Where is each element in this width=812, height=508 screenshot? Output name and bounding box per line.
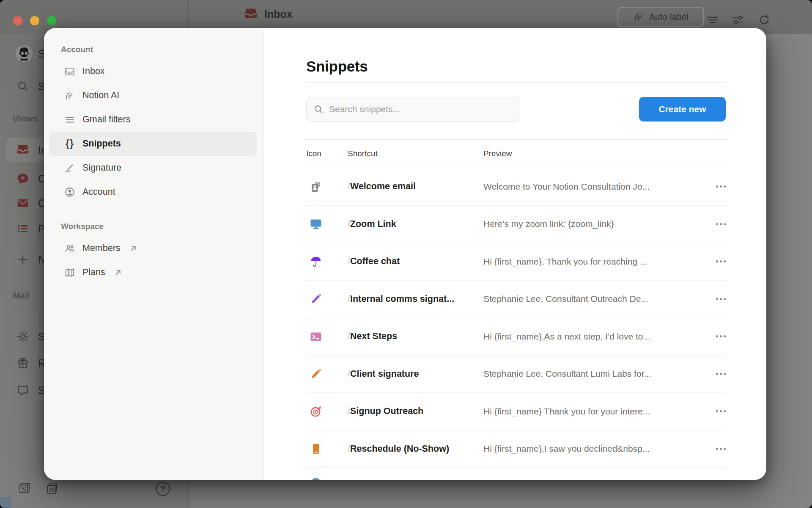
snippet-shortcut: Next Steps	[350, 331, 397, 341]
zoom-window-button[interactable]	[47, 16, 56, 25]
filter-lines-icon	[64, 114, 75, 125]
snippet-shortcut: Client signature	[350, 369, 419, 379]
external-link-icon	[129, 244, 137, 252]
snippet-shortcut: Internal comms signat...	[350, 294, 454, 304]
notion-logo-icon[interactable]: N	[17, 482, 32, 497]
person-circle-icon	[64, 187, 75, 198]
settings-item-notion-ai[interactable]: Notion AI	[49, 83, 257, 108]
search-icon	[16, 80, 30, 93]
snippet-shortcut: Signup Outreach	[350, 406, 423, 416]
settings-item-account[interactable]: Account	[49, 180, 257, 204]
external-link-icon	[114, 268, 122, 276]
sidebar-item-chat[interactable]: C	[0, 170, 46, 187]
close-window-button[interactable]	[13, 16, 22, 25]
snippet-row[interactable]: /Reschedule (No-Show) Hi {first_name},I …	[306, 431, 726, 468]
snippet-row-partial	[306, 468, 726, 480]
snippets-panel: Snippets Create new Icon Shortcut Previe…	[264, 28, 766, 480]
mail-section-label: Mail	[13, 290, 30, 301]
row-menu-button[interactable]	[716, 370, 726, 378]
chat-bubble-icon	[16, 384, 30, 397]
snippet-preview: Here's my zoom link: {zoom_link}	[483, 219, 711, 229]
sidebar-item-mail-view[interactable]: C	[0, 195, 46, 212]
snippet-preview: Hi {first_name}, Thank you for reaching …	[483, 257, 711, 267]
snippet-preview: Hi {first_name},I saw you declined&nbsp.…	[483, 444, 711, 454]
background-view-title: Inbox	[264, 8, 293, 20]
snippet-shortcut: Reschedule (No-Show)	[350, 444, 449, 454]
svg-text:N: N	[22, 486, 26, 493]
row-menu-button[interactable]	[716, 183, 726, 190]
row-menu-button[interactable]	[716, 221, 726, 228]
sidebar-item-inbox[interactable]: In	[0, 141, 47, 158]
page-title: Snippets	[306, 58, 726, 75]
sidebar-item-list-view[interactable]: P	[0, 220, 45, 237]
settings-modal: Account Inbox	[44, 28, 766, 480]
snippet-shortcut: Zoom Link	[350, 219, 396, 229]
row-menu-button[interactable]	[716, 333, 726, 340]
envelope-icon	[16, 196, 30, 210]
snippet-row[interactable]: /Zoom Link Here's my zoom link: {zoom_li…	[306, 206, 726, 243]
refresh-icon[interactable]	[758, 14, 771, 26]
chat-plus-icon	[16, 172, 30, 185]
workspace-section-label: Workspace	[61, 222, 263, 231]
settings-item-members[interactable]: Members	[49, 236, 257, 260]
snippet-search-box[interactable]	[306, 97, 520, 121]
sidebar-item-support[interactable]: S	[0, 382, 45, 399]
settings-item-plans[interactable]: Plans	[49, 260, 257, 284]
column-header-icon: Icon	[306, 149, 348, 158]
settings-item-snippets[interactable]: {} Snippets	[49, 132, 257, 156]
settings-item-gmail-filters[interactable]: Gmail filters	[49, 108, 257, 132]
settings-item-inbox[interactable]: Inbox	[49, 59, 257, 83]
snippet-row[interactable]: /Welcome email Welcome to Your Notion Co…	[306, 168, 726, 206]
row-menu-button[interactable]	[716, 408, 726, 415]
sidebar-item-settings[interactable]: S	[0, 328, 45, 345]
table-header: Icon Shortcut Preview	[306, 140, 726, 168]
notion-ai-icon	[64, 90, 75, 101]
filter-menu-icon[interactable]	[706, 14, 719, 26]
snippet-preview: Hi {first_name} Thank you for your inter…	[483, 406, 711, 417]
map-icon	[64, 267, 75, 278]
auto-label-label: Auto label	[649, 12, 689, 22]
terminal-icon	[306, 330, 348, 343]
snippet-shortcut: Coffee chat	[350, 256, 400, 266]
pen-orange-icon	[306, 367, 348, 380]
minimize-window-button[interactable]	[30, 16, 39, 25]
sliders-icon[interactable]	[732, 14, 744, 26]
row-menu-button[interactable]	[716, 258, 726, 265]
plus-icon	[16, 253, 30, 266]
row-menu-button[interactable]	[716, 445, 726, 453]
sidebar-item-refer[interactable]: R	[0, 355, 46, 372]
auto-label-button[interactable]: Auto label	[617, 7, 704, 27]
title-divider	[306, 82, 726, 83]
background-search[interactable]: S	[0, 78, 45, 95]
signature-icon	[64, 163, 75, 174]
snippet-row[interactable]: /Client signature Stephanie Lee, Consult…	[306, 356, 726, 393]
screen: Inbox Auto label	[0, 0, 812, 508]
new-view-button[interactable]: N	[0, 251, 46, 268]
settings-item-signature[interactable]: Signature	[49, 156, 257, 180]
search-input[interactable]	[329, 104, 513, 114]
clipped-blue-icon	[306, 468, 348, 480]
inbox-icon	[64, 66, 75, 77]
background-inbox-header: Inbox	[244, 0, 293, 28]
row-menu-button[interactable]	[716, 295, 726, 303]
calendar-icon[interactable]: 15	[45, 482, 60, 497]
notion-ai-icon	[633, 11, 645, 23]
desktop-corner	[0, 497, 11, 508]
target-icon	[306, 405, 348, 418]
gift-icon	[16, 356, 30, 370]
snippet-row[interactable]: /Internal comms signat... Stephanie Lee,…	[306, 281, 726, 318]
members-icon	[64, 243, 75, 254]
pen-purple-icon	[306, 293, 348, 305]
snippet-row[interactable]: /Next Steps Hi {first_name},As a next st…	[306, 318, 726, 356]
umbrella-icon	[306, 255, 348, 268]
profile-name[interactable]: S	[0, 45, 45, 62]
help-icon[interactable]: ?	[155, 481, 170, 496]
snippet-preview: Hi {first_name},As a next step, I'd love…	[483, 331, 711, 342]
snippet-preview: Welcome to Your Notion Consultation Jo..…	[483, 182, 711, 192]
svg-text:?: ?	[160, 484, 165, 494]
snippet-row[interactable]: /Coffee chat Hi {first_name}, Thank you …	[306, 243, 726, 281]
column-header-preview: Preview	[483, 149, 711, 158]
snippet-shortcut: Welcome email	[350, 181, 416, 191]
create-new-button[interactable]: Create new	[639, 97, 726, 121]
snippet-row[interactable]: /Signup Outreach Hi {first_name} Thank y…	[306, 393, 726, 431]
